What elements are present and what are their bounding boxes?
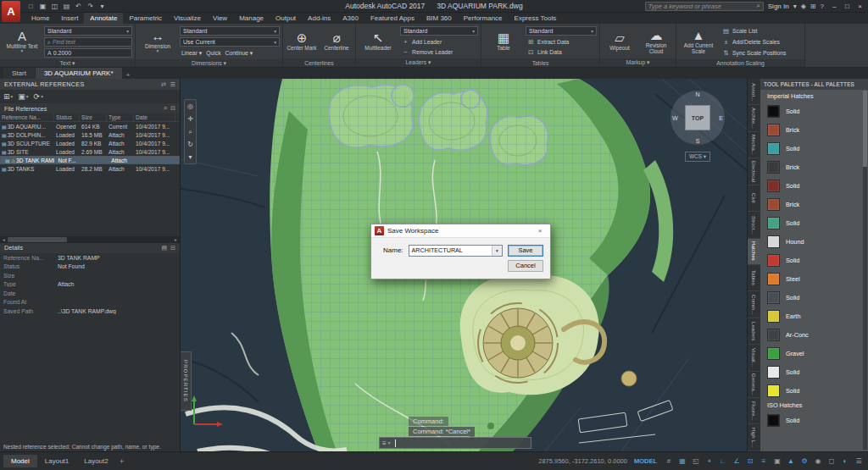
hatch-tool[interactable]: Brick bbox=[767, 195, 866, 213]
ribbon-tab[interactable]: Output bbox=[270, 13, 302, 24]
new-icon[interactable]: □ bbox=[25, 3, 36, 10]
multileader-style-select[interactable]: Standard▾ bbox=[400, 26, 478, 36]
hatch-tool[interactable]: Solid bbox=[767, 411, 866, 429]
sign-in-button[interactable]: Sign In bbox=[768, 3, 789, 10]
centerline-tool-button[interactable]: ⌀ Centerline bbox=[320, 25, 353, 57]
compass-east-label[interactable]: E bbox=[719, 115, 723, 121]
workspace-name-combobox[interactable]: ARCHITECTURAL ▾ bbox=[409, 245, 503, 257]
viewcube-top-face[interactable]: TOP bbox=[685, 105, 710, 130]
xref-row[interactable]: ▤ ⚠ 3D SCULPTURE Loaded 82.9 KB Attach 1… bbox=[0, 139, 180, 147]
dimension-tool-button[interactable]: Continue ▾ bbox=[224, 48, 255, 58]
ribbon-tab[interactable]: Manage bbox=[233, 13, 270, 24]
dimension-style-select[interactable]: Standard▾ bbox=[180, 26, 280, 36]
cancel-button[interactable]: Cancel bbox=[508, 260, 543, 272]
panel-label-tables[interactable]: Tables bbox=[481, 58, 599, 67]
compass-south-label[interactable]: S bbox=[696, 138, 700, 144]
hatch-tool[interactable]: Solid bbox=[767, 102, 866, 120]
preview-icon[interactable]: ⊟ bbox=[170, 245, 175, 252]
tool-palette-tab[interactable]: Visual... bbox=[748, 345, 760, 371]
attach-dwg-button[interactable]: ⊞▾ bbox=[3, 92, 13, 101]
tool-palette-scrollbar[interactable] bbox=[863, 91, 867, 450]
new-document-tab-button[interactable]: + bbox=[123, 71, 134, 79]
annotation-monitor-icon[interactable]: ◉ bbox=[812, 456, 824, 467]
app-menu-button[interactable]: A bbox=[2, 1, 20, 22]
hatch-tool[interactable]: Brick bbox=[767, 120, 866, 139]
command-customize-icon[interactable]: ≡ bbox=[382, 440, 387, 447]
dimension-tool-button[interactable]: Quick bbox=[204, 48, 222, 58]
help-icon[interactable]: ? bbox=[821, 3, 824, 10]
ribbon-tab[interactable]: View bbox=[207, 13, 233, 24]
panel-label-text[interactable]: Text ▾ bbox=[0, 59, 135, 67]
details-view-icon[interactable]: ▤ bbox=[162, 245, 168, 252]
palette-menu-icon[interactable]: ☰ bbox=[170, 81, 175, 88]
ribbon-tab[interactable]: BIM 360 bbox=[420, 13, 458, 24]
find-text-input[interactable] bbox=[53, 39, 129, 45]
layout-tab[interactable]: Layout2 bbox=[76, 455, 115, 467]
ortho-mode-icon[interactable]: ∟ bbox=[717, 456, 729, 467]
compass-north-label[interactable]: N bbox=[695, 91, 699, 97]
scroll-right-icon[interactable]: ▸ bbox=[172, 237, 180, 242]
text-height-field[interactable]: A bbox=[44, 48, 132, 58]
workspace-switching-icon[interactable]: ⚙ bbox=[798, 456, 810, 467]
chevron-down-icon[interactable]: ▾ bbox=[492, 246, 502, 256]
model-space-badge[interactable]: MODEL bbox=[634, 457, 657, 465]
xref-row[interactable]: ▤ ⚠ 3D AQUARIU... Opened 614 KB Current … bbox=[0, 122, 180, 130]
ribbon-tab[interactable]: Performance bbox=[458, 13, 509, 24]
hatch-tool[interactable]: Solid bbox=[767, 381, 866, 400]
compass-west-label[interactable]: W bbox=[672, 115, 678, 121]
dimension-button[interactable]: ↔ Dimension ▾ bbox=[138, 25, 177, 58]
print-icon[interactable]: ▤ bbox=[61, 3, 72, 10]
lineweight-icon[interactable]: ≡ bbox=[758, 456, 770, 467]
annotation-scale-tool-button[interactable]: ⇅ Sync Scale Positions bbox=[721, 48, 802, 58]
ribbon-tab[interactable]: Insert bbox=[55, 13, 84, 24]
hatch-tool[interactable]: Solid bbox=[767, 213, 866, 232]
xref-row[interactable]: ▤ ⚠ 3D SITE Loaded 2.69 MB Attach 10/4/2… bbox=[0, 147, 180, 156]
tool-palette-tab[interactable]: High L... bbox=[748, 424, 760, 451]
ribbon-tab[interactable]: Add-ins bbox=[302, 13, 337, 24]
maximize-button[interactable]: □ bbox=[841, 3, 854, 10]
xref-row[interactable]: ▤ ⚠ 3D TANKS Loaded 28.2 MB Attach 10/4/… bbox=[0, 164, 180, 173]
viewcube-compass[interactable]: N W S E TOP bbox=[670, 91, 725, 145]
tree-view-icon[interactable]: ⊟ bbox=[170, 105, 175, 112]
tool-palette-tab[interactable]: Genera... bbox=[748, 372, 760, 398]
hatch-tool[interactable]: Hound bbox=[767, 232, 866, 251]
markup-tool-button[interactable]: ☁ Revision Cloud bbox=[639, 25, 673, 57]
qat-dropdown-icon[interactable]: ▾ bbox=[97, 3, 108, 10]
leader-tool-button[interactable]: − Remove Leader bbox=[400, 47, 478, 57]
isolate-objects-icon[interactable]: ◻ bbox=[826, 456, 837, 467]
add-current-scale-button[interactable]: ▲ Add Current Scale bbox=[679, 25, 718, 58]
panel-label-markup[interactable]: Markup ▾ bbox=[600, 58, 676, 67]
snap-mode-icon[interactable]: ▦ bbox=[676, 456, 688, 467]
tool-palette-tab[interactable]: Civil bbox=[748, 185, 760, 212]
ribbon-tab[interactable]: Home bbox=[25, 13, 55, 24]
tool-palette-tab[interactable]: Struct... bbox=[748, 212, 760, 238]
hatch-tool[interactable]: Solid bbox=[767, 362, 866, 381]
signin-dropdown-icon[interactable]: ▾ bbox=[793, 3, 797, 10]
graphics-performance-icon[interactable]: ◐ bbox=[839, 456, 851, 467]
multiline-text-button[interactable]: A Multiline Text ▾ bbox=[3, 25, 42, 58]
table-tool-button[interactable]: ⊡ Link Data bbox=[526, 47, 597, 57]
document-tab[interactable]: Start bbox=[3, 68, 35, 79]
tool-palette-tab[interactable]: Tables bbox=[748, 265, 760, 291]
xref-row[interactable]: ▤ ⚠ 3D DOLPHIN... Loaded 16.5 MB Attach … bbox=[0, 130, 180, 139]
undo-icon[interactable]: ↶ bbox=[73, 3, 84, 10]
hatch-tool[interactable]: Steel bbox=[767, 269, 866, 288]
table-style-select[interactable]: Standard▾ bbox=[526, 26, 597, 36]
tool-palette-tab[interactable]: Annot... bbox=[748, 79, 760, 105]
grid-display-icon[interactable]: # bbox=[663, 456, 675, 467]
zoom-icon[interactable]: ⌕ bbox=[185, 125, 196, 138]
hatch-tool[interactable]: Brick bbox=[767, 158, 866, 176]
hatch-tool[interactable]: Solid bbox=[767, 251, 866, 269]
scrollbar-thumb[interactable] bbox=[8, 237, 67, 242]
refresh-button[interactable]: ⟳▾ bbox=[34, 92, 43, 101]
list-view-icon[interactable]: ≡ bbox=[164, 105, 167, 112]
hatch-tool[interactable]: Solid bbox=[767, 139, 866, 158]
command-input-bar[interactable]: ≡ ▾ bbox=[379, 437, 531, 449]
viewcube[interactable]: N W S E TOP WCS ▾ bbox=[667, 91, 728, 162]
panel-label-centerlines[interactable]: Centerlines bbox=[283, 58, 355, 67]
dialog-titlebar[interactable]: A Save Workspace × bbox=[371, 224, 550, 238]
dynamic-input-icon[interactable]: ⌖ bbox=[704, 456, 715, 467]
pan-icon[interactable]: ✛ bbox=[185, 113, 196, 125]
tool-palette-tab[interactable]: Archite... bbox=[748, 105, 760, 131]
exchange-apps-icon[interactable]: ⊞ bbox=[810, 3, 816, 10]
